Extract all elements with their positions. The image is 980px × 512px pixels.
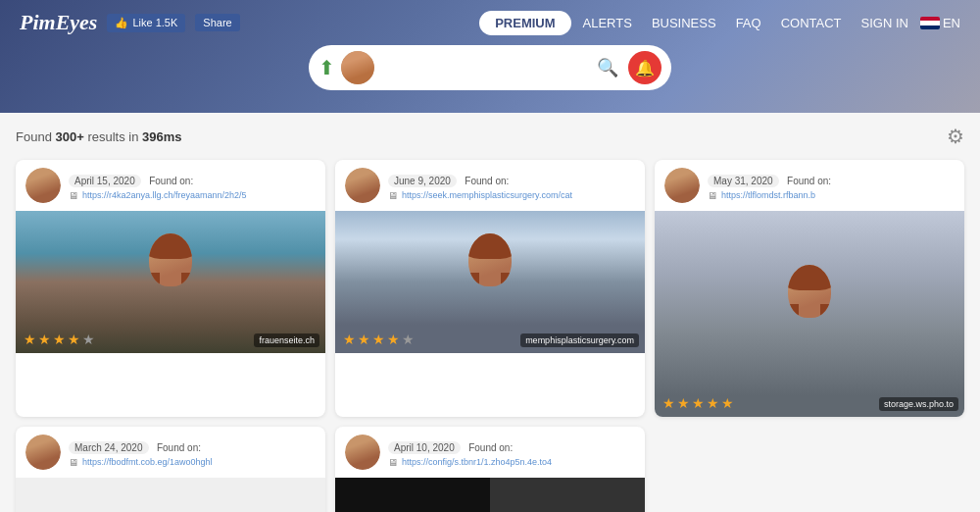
found-text: Found [16, 129, 52, 144]
main-content: Found 300+ results in 396ms ⚙ April 15, … [0, 113, 980, 512]
result-card[interactable]: April 15, 2020 Found on: 🖥 https://r4ka2… [16, 160, 325, 417]
person-head [788, 265, 831, 318]
results-grid: April 15, 2020 Found on: 🖥 https://r4ka2… [16, 160, 964, 512]
star-3: ★ [53, 332, 66, 347]
site-label: frauenseite.ch [254, 333, 319, 347]
card-meta: May 31, 2020 Found on: 🖥 https://tlflomd… [708, 171, 831, 201]
star-5: ★ [721, 395, 734, 411]
search-thumbnail [341, 51, 374, 84]
logo-area: PimEyes 👍 Like 1.5K Share [20, 10, 240, 35]
results-time: 396ms [142, 129, 181, 144]
stars-bar: ★ ★ ★ ★ ★ [24, 332, 95, 347]
search-icon[interactable]: 🔍 [593, 55, 622, 80]
hair-left [788, 304, 799, 318]
results-header: Found 300+ results in 396ms ⚙ [16, 125, 964, 148]
date-badge: May 31, 2020 [708, 175, 779, 187]
person-head [468, 233, 512, 286]
header: PimEyes 👍 Like 1.5K Share PREMIUM ALERTS… [0, 0, 980, 113]
url-text: https://config/s.tbnr1/1.zho4p5n.4e.to4 [402, 457, 552, 467]
star-1: ★ [343, 332, 356, 347]
url-line: 🖥 https://r4ka2anya.llg.ch/freyaamann/2h… [69, 190, 247, 201]
search-input[interactable] [380, 60, 587, 76]
results-label: results in [87, 129, 138, 144]
language-selector[interactable]: EN [920, 16, 960, 30]
url-text: https://r4ka2anya.llg.ch/freyaamann/2h2/… [82, 190, 247, 200]
search-face-preview [341, 51, 374, 84]
date-found-line: May 31, 2020 Found on: [708, 171, 831, 188]
monitor-icon: 🖥 [69, 457, 78, 468]
stars-bar: ★ ★ ★ ★ ★ [662, 395, 734, 411]
avatar-face [345, 435, 380, 470]
avatar [25, 168, 61, 203]
hair-right [501, 273, 512, 286]
results-summary: Found 300+ results in 396ms [16, 129, 182, 144]
date-badge: March 24, 2020 [69, 441, 149, 454]
star-3: ★ [692, 395, 705, 411]
stars-bar: ★ ★ ★ ★ ★ [343, 332, 415, 347]
fb-like-button[interactable]: 👍 Like 1.5K [107, 14, 185, 32]
fb-share-button[interactable]: Share [195, 14, 239, 31]
fb-like-label: Like 1.5K [132, 17, 177, 28]
contact-link[interactable]: CONTACT [773, 11, 850, 35]
url-line: 🖥 https://seek.memphisplasticsurgery.com… [388, 190, 572, 201]
card-header: June 9, 2020 Found on: 🖥 https://seek.me… [335, 160, 645, 211]
result-card[interactable]: May 31, 2020 Found on: 🖥 https://tlflomd… [655, 160, 964, 417]
star-2: ★ [38, 332, 51, 347]
card-header: May 31, 2020 Found on: 🖥 https://tlflomd… [655, 160, 964, 211]
date-found-line: April 10, 2020 Found on: [388, 437, 552, 455]
person-hair [788, 265, 831, 290]
face-wrapper [655, 211, 964, 417]
date-found-line: June 9, 2020 Found on: [388, 171, 572, 188]
locked-overlay [16, 478, 325, 512]
star-5: ★ [82, 332, 95, 347]
avatar-face [345, 168, 380, 203]
dark-blurred-image [335, 478, 645, 512]
bell-icon: 🔔 [635, 59, 655, 77]
faq-link[interactable]: FAQ [728, 11, 769, 35]
signin-link[interactable]: SIGN IN [854, 11, 916, 35]
business-link[interactable]: BUSINESS [644, 11, 724, 35]
person-head [149, 233, 192, 286]
results-count: 300+ [56, 129, 84, 144]
card-image: ★ ★ ★ ★ ★ frauenseite.ch [16, 211, 325, 353]
found-label: Found on: [465, 176, 509, 186]
hair-left [149, 273, 160, 286]
person-hair [468, 233, 512, 259]
date-badge: April 10, 2020 [388, 441, 461, 454]
card-meta: March 24, 2020 Found on: 🖥 https://fbodf… [69, 437, 213, 468]
monitor-icon: 🖥 [69, 190, 78, 201]
site-label: memphisplasticsurgery.com [520, 333, 639, 347]
lang-label: EN [943, 16, 960, 30]
star-2: ★ [358, 332, 370, 347]
card-header: April 15, 2020 Found on: 🖥 https://r4ka2… [16, 160, 325, 211]
url-text: https://tlflomdst.rfbann.b [721, 190, 815, 200]
date-badge: April 15, 2020 [69, 175, 141, 187]
found-label: Found on: [787, 176, 831, 186]
result-card[interactable]: June 9, 2020 Found on: 🖥 https://seek.me… [335, 160, 645, 417]
result-card[interactable]: March 24, 2020 Found on: 🖥 https://fbodf… [16, 427, 325, 512]
card-header: April 10, 2020 Found on: 🖥 https://confi… [335, 427, 645, 478]
url-text: https://seek.memphisplasticsurgery.com/c… [402, 190, 572, 200]
avatar-face [25, 168, 61, 203]
star-2: ★ [677, 395, 690, 411]
monitor-icon: 🖥 [708, 190, 717, 201]
found-label: Found on: [157, 442, 201, 453]
url-line: 🖥 https://fbodfmt.cob.eg/1awo0hghl [69, 457, 213, 468]
upload-icon[interactable]: ⬆ [318, 56, 335, 79]
thumbs-up-icon: 👍 [115, 17, 128, 29]
premium-button[interactable]: PREMIUM [479, 11, 570, 35]
notification-button[interactable]: 🔔 [628, 51, 662, 84]
url-line: 🖥 https://config/s.tbnr1/1.zho4p5n.4e.to… [388, 457, 552, 468]
alerts-link[interactable]: ALERTS [575, 11, 640, 35]
avatar-face [664, 168, 700, 203]
search-bar: ⬆ 🔍 🔔 [309, 45, 671, 90]
url-text: https://fbodfmt.cob.eg/1awo0hghl [82, 457, 213, 467]
star-1: ★ [24, 332, 36, 347]
monitor-icon: 🖥 [388, 190, 398, 201]
star-4: ★ [387, 332, 400, 347]
found-label: Found on: [468, 442, 513, 453]
settings-icon[interactable]: ⚙ [947, 125, 964, 148]
card-image: ★ ★ ★ ★ ★ storage.ws.pho.to [655, 211, 964, 417]
person-silhouette [451, 233, 529, 332]
result-card[interactable]: April 10, 2020 Found on: 🖥 https://confi… [335, 427, 645, 512]
